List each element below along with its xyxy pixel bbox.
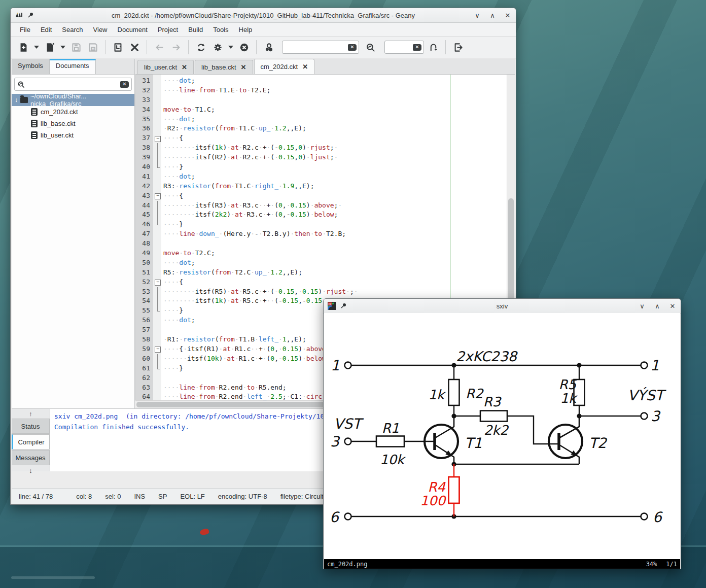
line-number[interactable]: 50 xyxy=(136,258,153,268)
line-number[interactable]: 63 xyxy=(136,383,153,393)
fold-margin[interactable] xyxy=(153,316,161,325)
fold-margin[interactable] xyxy=(153,220,161,229)
fold-margin[interactable] xyxy=(153,133,161,143)
menu-file[interactable]: File xyxy=(15,24,36,36)
line-number[interactable]: 34 xyxy=(136,105,153,115)
quit-button[interactable] xyxy=(450,40,466,55)
line-number[interactable]: 56 xyxy=(136,316,153,325)
fold-margin[interactable] xyxy=(153,191,161,201)
close-document-button[interactable] xyxy=(127,40,142,55)
line-number[interactable]: 33 xyxy=(136,95,153,105)
open-file-button[interactable] xyxy=(42,40,57,55)
fold-margin[interactable] xyxy=(153,287,161,297)
menu-document[interactable]: Document xyxy=(113,24,153,36)
geany-titlebar[interactable]: cm_202d.ckt - /home/pf/ownCloud/Share-Pr… xyxy=(11,8,516,23)
fold-margin[interactable] xyxy=(153,296,161,306)
new-file-dropdown[interactable] xyxy=(32,40,41,55)
message-tab-status[interactable]: Status xyxy=(12,419,50,434)
editor-tab-cm_202d.ckt[interactable]: cm_202d.ckt✕ xyxy=(254,59,315,74)
line-number[interactable]: 52 xyxy=(136,278,153,287)
close-tab-icon[interactable]: ✕ xyxy=(302,63,308,71)
build-button[interactable] xyxy=(210,40,225,55)
clear-sidebar-search-icon[interactable]: ✕ xyxy=(120,81,129,88)
navigate-back-button[interactable] xyxy=(152,40,167,55)
scroll-down-icon[interactable]: ↓ xyxy=(12,466,50,475)
line-number[interactable]: 45 xyxy=(136,210,153,220)
line-number[interactable]: 41 xyxy=(136,172,153,182)
line-number[interactable]: 38 xyxy=(136,143,153,153)
search-input[interactable]: ✕ xyxy=(282,41,359,54)
line-number[interactable]: 61 xyxy=(136,364,153,373)
new-file-button[interactable] xyxy=(16,40,31,55)
line-number[interactable]: 55 xyxy=(136,306,153,316)
fold-margin[interactable] xyxy=(153,268,161,278)
pin-icon[interactable] xyxy=(340,302,347,309)
line-number[interactable]: 43 xyxy=(136,191,153,201)
line-number[interactable]: 53 xyxy=(136,287,153,297)
close-button[interactable]: ✕ xyxy=(668,302,677,310)
fold-margin[interactable] xyxy=(153,105,161,115)
line-number[interactable]: 49 xyxy=(136,249,153,258)
line-number[interactable]: 60 xyxy=(136,354,153,364)
compile-button[interactable] xyxy=(193,40,208,55)
line-number[interactable]: 48 xyxy=(136,239,153,249)
menu-project[interactable]: Project xyxy=(153,24,183,36)
fold-margin[interactable] xyxy=(153,95,161,105)
line-number[interactable]: 42 xyxy=(136,182,153,191)
editor-tab-lib_base.ckt[interactable]: lib_base.ckt✕ xyxy=(195,60,253,74)
line-number[interactable]: 57 xyxy=(136,325,153,335)
fold-margin[interactable] xyxy=(153,210,161,220)
fold-margin[interactable] xyxy=(153,278,161,287)
menu-tools[interactable]: Tools xyxy=(208,24,233,36)
clear-search-icon[interactable]: ✕ xyxy=(348,44,357,51)
fold-margin[interactable] xyxy=(153,249,161,258)
fold-margin[interactable] xyxy=(153,383,161,393)
line-number[interactable]: 58 xyxy=(136,335,153,344)
maximize-button[interactable]: ∧ xyxy=(653,302,661,310)
line-number[interactable]: 62 xyxy=(136,373,153,383)
line-number[interactable]: 36 xyxy=(136,124,153,133)
fold-margin[interactable] xyxy=(153,373,161,383)
fold-margin[interactable] xyxy=(153,124,161,133)
fold-margin[interactable] xyxy=(153,344,161,354)
navigate-forward-button[interactable] xyxy=(168,40,184,55)
close-tab-icon[interactable]: ✕ xyxy=(241,63,246,71)
minimize-button[interactable]: ∨ xyxy=(473,12,481,19)
fold-margin[interactable] xyxy=(153,229,161,239)
line-number[interactable]: 54 xyxy=(136,296,153,306)
message-tab-compiler[interactable]: Compiler xyxy=(12,434,50,449)
fold-margin[interactable] xyxy=(153,143,161,153)
fold-margin[interactable] xyxy=(153,325,161,335)
line-number[interactable]: 32 xyxy=(136,86,153,95)
find-button[interactable] xyxy=(363,40,378,55)
fold-margin[interactable] xyxy=(153,172,161,182)
sxiv-titlebar[interactable]: rw sxiv ∨ ∧ ✕ xyxy=(324,299,681,314)
revert-button[interactable] xyxy=(110,40,125,55)
line-number[interactable]: 37 xyxy=(136,133,153,143)
menu-search[interactable]: Search xyxy=(57,24,88,36)
line-number[interactable]: 51 xyxy=(136,268,153,278)
fold-margin[interactable] xyxy=(153,364,161,373)
tree-file-item[interactable]: lib_base.ckt xyxy=(12,118,134,129)
fold-margin[interactable] xyxy=(153,182,161,191)
menu-build[interactable]: Build xyxy=(183,24,208,36)
tree-root-folder[interactable]: ↓ ~/ownCloud/Shar... nicka_Grafika/src xyxy=(12,94,134,106)
line-number[interactable]: 59 xyxy=(136,344,153,354)
clear-goto-icon[interactable]: ✕ xyxy=(413,44,421,51)
fold-margin[interactable] xyxy=(153,335,161,344)
scroll-up-icon[interactable]: ↑ xyxy=(12,409,50,419)
menu-view[interactable]: View xyxy=(88,24,113,36)
sidebar-tab-documents[interactable]: Documents xyxy=(50,59,96,74)
tree-file-item[interactable]: lib_user.ckt xyxy=(12,129,134,141)
minimize-button[interactable]: ∨ xyxy=(638,302,646,310)
execute-button[interactable] xyxy=(236,40,252,55)
menu-help[interactable]: Help xyxy=(234,24,258,36)
save-button[interactable] xyxy=(68,40,84,55)
open-file-dropdown[interactable] xyxy=(59,40,67,55)
expander-arrow-icon[interactable]: ↓ xyxy=(15,96,18,103)
line-number[interactable]: 47 xyxy=(136,229,153,239)
fold-margin[interactable] xyxy=(153,76,161,86)
line-number[interactable]: 39 xyxy=(136,153,153,162)
fold-margin[interactable] xyxy=(153,153,161,162)
message-tab-messages[interactable]: Messages xyxy=(12,450,50,465)
